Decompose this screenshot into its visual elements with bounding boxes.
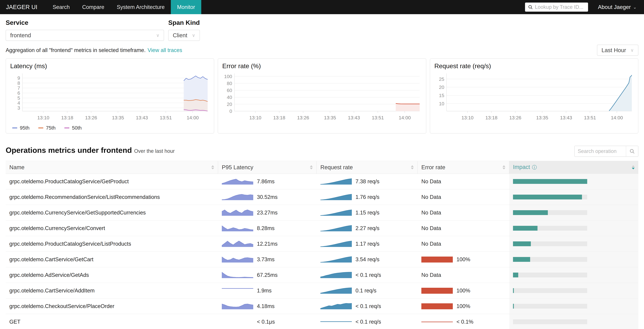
svg-text:10: 10 bbox=[439, 101, 444, 106]
svg-text:13:51: 13:51 bbox=[160, 115, 172, 120]
impact-bar-fill bbox=[513, 226, 538, 231]
column-header-request-rate[interactable]: Request rate bbox=[317, 161, 418, 174]
error-rate-cell: No Data bbox=[418, 189, 509, 205]
request-rate-cell: < 0.1 req/s bbox=[317, 298, 418, 314]
column-header-error-rate[interactable]: Error rate bbox=[418, 161, 509, 174]
span-kind-select-value: Client bbox=[173, 32, 187, 39]
p95-latency-value: < 0.1μs bbox=[257, 319, 275, 325]
span-kind-select[interactable]: Client ∨ bbox=[168, 30, 200, 41]
svg-text:13:35: 13:35 bbox=[112, 115, 124, 120]
error-rate-cell: 100% bbox=[418, 283, 509, 298]
sparkline bbox=[421, 303, 453, 309]
charts-row: Latency (ms) 345678913:1013:1813:2613:35… bbox=[6, 58, 638, 134]
request-rate-value: 1.15 req/s bbox=[356, 210, 380, 216]
trace-id-search[interactable] bbox=[525, 3, 588, 12]
aggregation-row: Aggregation of all "frontend" metrics in… bbox=[6, 45, 638, 56]
nav-item-compare[interactable]: Compare bbox=[76, 0, 110, 14]
sparkline bbox=[320, 194, 352, 200]
request-rate-cell: 1.15 req/s bbox=[317, 205, 418, 220]
operation-name: grpc.oteldemo.ProductCatalogService/GetP… bbox=[6, 174, 218, 189]
request-rate-chart-card: Request rate (req/s) 1015202513:1013:181… bbox=[430, 58, 638, 134]
error-rate-value: No Data bbox=[421, 178, 441, 185]
p95-latency-cell: 23.27ms bbox=[218, 205, 317, 220]
error-rate-cell: 100% bbox=[418, 252, 509, 267]
impact-cell bbox=[509, 236, 638, 251]
svg-text:13:10: 13:10 bbox=[37, 115, 49, 120]
latency-chart: 345678913:1013:1813:2613:3513:4313:5114:… bbox=[10, 71, 210, 124]
column-header-p95-latency[interactable]: P95 Latency bbox=[218, 161, 317, 174]
search-operation-box bbox=[574, 146, 638, 157]
impact-bar-fill bbox=[513, 288, 514, 293]
sparkline bbox=[222, 303, 253, 309]
sort-carets-icon bbox=[211, 165, 214, 169]
latency-chart-card: Latency (ms) 345678913:1013:1813:2613:35… bbox=[6, 58, 214, 134]
error-rate-cell: 100% bbox=[418, 298, 509, 314]
column-header-impact[interactable]: Impactⓘ bbox=[509, 161, 638, 174]
table-row: grpc.oteldemo.CurrencyService/Convert8.2… bbox=[6, 221, 638, 236]
table-row: grpc.oteldemo.RecommendationService/List… bbox=[6, 189, 638, 205]
impact-bar-track bbox=[513, 195, 587, 199]
impact-bar-fill bbox=[513, 304, 514, 308]
nav-item-search[interactable]: Search bbox=[46, 0, 76, 14]
sparkline bbox=[421, 318, 453, 325]
impact-bar-fill bbox=[513, 241, 531, 246]
p95-latency-cell: 1.9ms bbox=[218, 283, 317, 298]
table-row: grpc.oteldemo.CurrencyService/GetSupport… bbox=[6, 205, 638, 221]
sparkline bbox=[222, 287, 253, 294]
svg-text:60: 60 bbox=[227, 88, 232, 93]
request-rate-value: 1.17 req/s bbox=[356, 241, 380, 247]
app-brand[interactable]: JAEGER UI bbox=[6, 4, 38, 11]
table-row: grpc.oteldemo.CheckoutService/PlaceOrder… bbox=[6, 298, 638, 314]
p95-latency-value: 1.9ms bbox=[257, 288, 272, 294]
svg-text:9: 9 bbox=[18, 75, 20, 81]
error-rate-cell: No Data bbox=[418, 205, 509, 220]
request-rate-value: 3.54 req/s bbox=[356, 256, 380, 262]
impact-bar-track bbox=[513, 319, 587, 324]
impact-bar-track bbox=[513, 304, 587, 308]
svg-text:100: 100 bbox=[224, 74, 232, 79]
search-operation-button[interactable] bbox=[626, 146, 638, 156]
request-rate-value: < 0.1 req/s bbox=[356, 303, 381, 309]
trace-id-input[interactable] bbox=[535, 4, 585, 10]
sparkline bbox=[320, 178, 352, 185]
svg-text:13:35: 13:35 bbox=[324, 115, 336, 120]
p95-latency-cell: < 0.1μs bbox=[218, 314, 317, 329]
p95-latency-value: 23.27ms bbox=[257, 210, 278, 216]
error-rate-chart: 02040608010013:1013:1813:2613:3513:4313:… bbox=[222, 71, 422, 124]
svg-text:13:51: 13:51 bbox=[372, 115, 384, 120]
table-row: grpc.oteldemo.ProductCatalogService/List… bbox=[6, 236, 638, 252]
impact-bar-fill bbox=[513, 273, 518, 277]
latency-chart-title: Latency (ms) bbox=[10, 62, 210, 70]
timeframe-select[interactable]: Last Hour ∨ bbox=[597, 45, 638, 56]
request-rate-cell: 0.1 req/s bbox=[317, 283, 418, 298]
search-icon bbox=[528, 5, 533, 10]
sparkline bbox=[320, 272, 352, 278]
search-operation-input[interactable] bbox=[574, 146, 626, 156]
sparkline bbox=[320, 240, 352, 247]
impact-cell bbox=[509, 221, 638, 236]
table-row: GET< 0.1μs< 0.1 req/s< 0.1% bbox=[6, 314, 638, 329]
svg-text:13:18: 13:18 bbox=[273, 115, 285, 120]
error-rate-chart-title: Error rate (%) bbox=[222, 62, 422, 70]
svg-text:20: 20 bbox=[439, 85, 444, 90]
nav-item-monitor[interactable]: Monitor bbox=[171, 0, 201, 14]
view-all-traces-link[interactable]: View all traces bbox=[148, 47, 182, 53]
column-header-name[interactable]: Name bbox=[6, 161, 218, 174]
legend-item-50th: 50th bbox=[64, 125, 82, 131]
service-select[interactable]: frontend ∨ bbox=[6, 30, 164, 41]
svg-text:6: 6 bbox=[18, 90, 20, 96]
latency-chart-legend: 95th75th50th bbox=[12, 125, 210, 131]
chevron-down-icon: ∨ bbox=[630, 48, 634, 53]
operations-title: Operations metrics under frontend bbox=[6, 146, 132, 155]
about-jaeger-menu[interactable]: About Jaeger ⌄ bbox=[598, 4, 637, 10]
sparkline bbox=[320, 209, 352, 216]
error-rate-value: 100% bbox=[456, 256, 470, 262]
sparkline bbox=[222, 178, 253, 185]
nav-item-system-architecture[interactable]: System Architecture bbox=[110, 0, 171, 14]
operations-subtitle: Over the last hour bbox=[134, 148, 175, 154]
error-rate-cell: No Data bbox=[418, 267, 509, 283]
sparkline bbox=[222, 225, 253, 232]
impact-cell bbox=[509, 283, 638, 298]
impact-cell bbox=[509, 189, 638, 205]
operations-header: Operations metrics under frontend Over t… bbox=[6, 146, 638, 157]
